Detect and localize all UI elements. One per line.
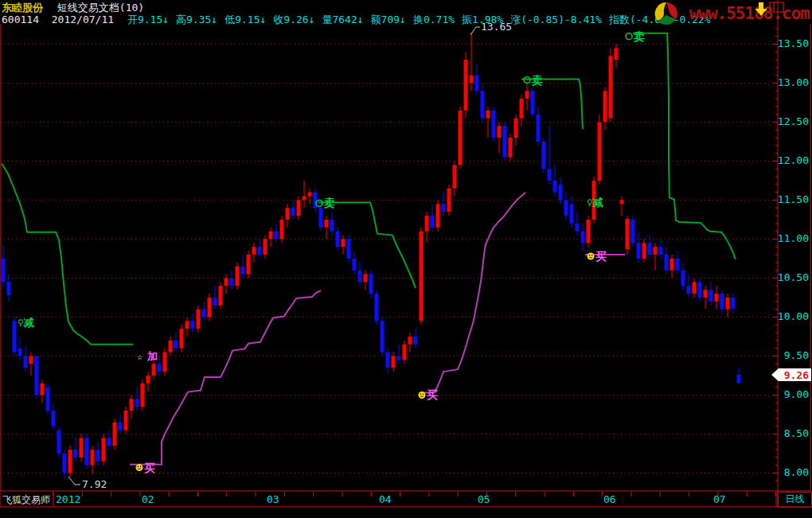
candle-body bbox=[74, 450, 78, 458]
candle-body bbox=[548, 169, 552, 181]
candle-body bbox=[107, 438, 111, 446]
candle-body bbox=[96, 450, 100, 462]
candle-body bbox=[631, 220, 635, 243]
candle-body bbox=[286, 208, 290, 220]
candle-body bbox=[537, 115, 541, 142]
candle-body bbox=[720, 294, 724, 310]
candle-body bbox=[498, 126, 502, 138]
month-label: 05 bbox=[478, 493, 490, 505]
candle-body bbox=[447, 189, 451, 212]
candle-body bbox=[124, 411, 128, 430]
candle-body bbox=[514, 119, 518, 138]
candle-body bbox=[403, 345, 407, 360]
candle-body bbox=[68, 450, 72, 473]
candle-body bbox=[325, 220, 329, 228]
candle-body bbox=[637, 243, 641, 259]
price-label: 13.50 bbox=[778, 37, 809, 49]
candle-body bbox=[241, 267, 245, 275]
month-label: 2012 bbox=[56, 493, 80, 505]
candle-body bbox=[347, 239, 351, 259]
candle-body bbox=[264, 239, 267, 255]
smiley-eye bbox=[420, 393, 422, 395]
candle-body bbox=[392, 356, 396, 368]
candle-body bbox=[397, 356, 401, 360]
candle-body bbox=[135, 399, 139, 407]
candle-body bbox=[609, 56, 613, 118]
candle-body bbox=[420, 232, 424, 321]
candle-body bbox=[475, 76, 479, 92]
candle-body bbox=[291, 208, 295, 216]
candle-body bbox=[358, 271, 362, 282]
buy-stop-line bbox=[130, 290, 321, 465]
candle-body bbox=[258, 247, 262, 255]
candle-body bbox=[342, 239, 345, 247]
smiley-eye bbox=[140, 466, 142, 468]
month-label: 02 bbox=[142, 493, 154, 505]
candle-body bbox=[732, 298, 736, 309]
candle-body bbox=[726, 298, 730, 310]
add-signal-icon: ☆ bbox=[137, 351, 142, 362]
candle-body bbox=[704, 290, 708, 298]
candle-body bbox=[698, 282, 702, 298]
candle-body bbox=[308, 193, 312, 197]
candle-body bbox=[91, 450, 95, 465]
candle-body bbox=[553, 181, 557, 193]
candle-body bbox=[570, 204, 574, 224]
candle-body bbox=[431, 216, 435, 228]
candle-body bbox=[587, 220, 591, 243]
candle-body bbox=[375, 294, 379, 321]
candlestick-chart[interactable]: 13.5013.0012.5012.0011.5011.0010.5010.00… bbox=[0, 0, 812, 518]
candle-body bbox=[470, 76, 474, 84]
period-selector[interactable]: 日线 bbox=[778, 492, 812, 508]
candle-body bbox=[369, 275, 373, 294]
price-label: 10.50 bbox=[778, 271, 809, 283]
candle-body bbox=[676, 259, 680, 271]
price-label: 9.50 bbox=[784, 349, 809, 361]
candle-body bbox=[297, 200, 301, 216]
candle-body bbox=[381, 321, 385, 352]
candle-body bbox=[252, 247, 256, 255]
sell-signal-label: 卖 bbox=[531, 74, 543, 87]
buy-signal-label: 买 bbox=[427, 388, 438, 401]
sell-stop-line bbox=[633, 33, 736, 259]
candle-body bbox=[693, 282, 697, 294]
candle-body bbox=[130, 399, 134, 411]
candle-body bbox=[386, 352, 390, 368]
candle-body bbox=[425, 216, 429, 232]
sell-signal-label: 卖 bbox=[633, 30, 645, 43]
candle-body bbox=[336, 232, 340, 247]
price-label: 12.00 bbox=[778, 154, 809, 166]
candle-body bbox=[158, 364, 162, 372]
candle-body bbox=[681, 271, 685, 286]
candle-body bbox=[576, 224, 580, 232]
annotation-leader bbox=[68, 477, 80, 485]
candle-body bbox=[202, 310, 206, 317]
price-label: 13.00 bbox=[778, 76, 809, 88]
candle-body bbox=[364, 275, 368, 282]
price-label: 12.50 bbox=[778, 115, 809, 127]
candle-body bbox=[280, 220, 284, 240]
candle-body bbox=[247, 255, 251, 275]
candle-body bbox=[659, 247, 663, 255]
candle-body bbox=[598, 122, 602, 181]
candle-body bbox=[2, 259, 6, 282]
candle-body bbox=[236, 267, 240, 286]
month-label: 03 bbox=[267, 493, 279, 505]
candle-body bbox=[648, 243, 652, 255]
download-arrow-icon[interactable] bbox=[755, 2, 767, 16]
smiley-eye bbox=[138, 466, 139, 468]
candle-body bbox=[57, 430, 61, 454]
reduce-signal-label: ♀减 bbox=[587, 197, 603, 208]
smiley-eye bbox=[591, 255, 593, 256]
candle-body bbox=[303, 197, 306, 201]
candle-body bbox=[670, 259, 674, 271]
smiley-eye bbox=[589, 255, 591, 256]
candle-body bbox=[197, 310, 201, 329]
candle-body bbox=[169, 341, 173, 352]
candle-body bbox=[213, 298, 217, 306]
window-icon[interactable] bbox=[770, 2, 783, 12]
candle-body bbox=[464, 60, 468, 111]
price-label: 8.50 bbox=[784, 427, 809, 439]
trading-app-window: 东睦股份 短线交易文档(10) 600114 2012/07/11 开9.15↓… bbox=[0, 0, 812, 518]
candle-body bbox=[24, 356, 28, 368]
